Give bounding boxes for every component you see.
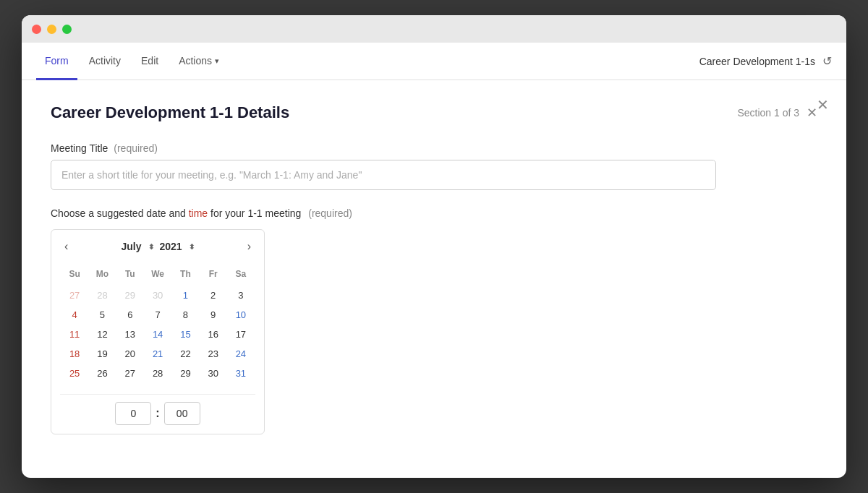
panel-close-button[interactable]: ✕ <box>817 98 829 112</box>
actions-chevron-icon: ▾ <box>215 56 219 66</box>
calendar-day[interactable]: 28 <box>145 364 171 382</box>
calendar-day[interactable]: 2 <box>200 286 226 304</box>
minute-input[interactable] <box>164 402 200 425</box>
weekday-sa: Sa <box>228 266 254 285</box>
calendar-day[interactable]: 28 <box>89 286 115 304</box>
calendar-day[interactable]: 9 <box>200 306 226 324</box>
calendar-day[interactable]: 21 <box>145 345 171 363</box>
weekday-fr: Fr <box>200 266 226 285</box>
content-area: ✕ Career Development 1-1 Details Section… <box>22 80 846 478</box>
calendar-day[interactable]: 13 <box>117 325 143 343</box>
meeting-title-input[interactable] <box>51 160 716 190</box>
calendar-day[interactable]: 5 <box>89 306 115 324</box>
calendar-week-4: 25262728293031 <box>61 364 254 382</box>
tab-form[interactable]: Form <box>36 43 77 80</box>
calendar-day[interactable]: 22 <box>172 345 198 363</box>
nav-title: Career Development 1-1s <box>699 56 815 67</box>
calendar-header: ‹ July 2021 › <box>60 239 255 254</box>
calendar-day[interactable]: 16 <box>200 325 226 343</box>
calendar-day[interactable]: 27 <box>61 286 88 304</box>
calendar-day[interactable]: 19 <box>89 345 115 363</box>
calendar-day[interactable]: 23 <box>200 345 226 363</box>
tab-edit[interactable]: Edit <box>132 43 167 80</box>
hour-input[interactable] <box>115 402 151 425</box>
meeting-title-label: Meeting Title (required) <box>51 142 817 154</box>
weekday-we: We <box>145 266 171 285</box>
calendar-day[interactable]: 25 <box>61 364 88 382</box>
section-info: Section 1 of 3 ✕ <box>737 105 817 121</box>
title-bar <box>22 15 846 43</box>
weekday-th: Th <box>172 266 198 285</box>
weekday-tu: Tu <box>117 266 143 285</box>
app-window: Form Activity Edit Actions ▾ Career Deve… <box>22 15 846 478</box>
weekday-su: Su <box>61 266 88 285</box>
meeting-title-field: Meeting Title (required) <box>51 142 817 207</box>
calendar-week-2: 11121314151617 <box>61 325 254 343</box>
calendar-day[interactable]: 17 <box>228 325 254 343</box>
minimize-traffic-light[interactable] <box>47 25 56 34</box>
calendar-day[interactable]: 3 <box>228 286 254 304</box>
section-indicator: Section 1 of 3 <box>737 107 799 119</box>
top-nav: Form Activity Edit Actions ▾ Career Deve… <box>22 43 846 80</box>
form-title: Career Development 1-1 Details <box>51 103 289 122</box>
calendar-day[interactable]: 24 <box>228 345 254 363</box>
next-month-button[interactable]: › <box>243 239 255 254</box>
calendar-day[interactable]: 31 <box>228 364 254 382</box>
calendar-day[interactable]: 26 <box>89 364 115 382</box>
calendar-weekday-headers: Su Mo Tu We Th Fr Sa <box>61 266 254 285</box>
calendar-day[interactable]: 12 <box>89 325 115 343</box>
close-traffic-light[interactable] <box>32 25 41 34</box>
month-select[interactable]: July <box>122 241 154 252</box>
tab-activity[interactable]: Activity <box>80 43 129 80</box>
date-required: (required) <box>308 207 352 219</box>
maximize-traffic-light[interactable] <box>62 25 72 34</box>
section-header: Career Development 1-1 Details Section 1… <box>51 103 817 122</box>
calendar-day[interactable]: 29 <box>117 286 143 304</box>
date-time-label: Choose a suggested date and time for you… <box>51 207 817 219</box>
calendar-day[interactable]: 7 <box>145 306 171 324</box>
calendar-day[interactable]: 30 <box>145 286 171 304</box>
calendar-day[interactable]: 29 <box>172 364 198 382</box>
calendar-grid: Su Mo Tu We Th Fr Sa 2728293012345678910… <box>60 265 255 384</box>
calendar-day[interactable]: 14 <box>145 325 171 343</box>
calendar-day[interactable]: 11 <box>61 325 88 343</box>
calendar-day[interactable]: 4 <box>61 306 88 324</box>
calendar-day[interactable]: 6 <box>117 306 143 324</box>
time-row: : <box>60 394 255 425</box>
month-year-display: July 2021 <box>122 241 195 252</box>
calendar-day[interactable]: 20 <box>117 345 143 363</box>
section-close-icon[interactable]: ✕ <box>807 105 817 121</box>
calendar-day[interactable]: 15 <box>172 325 198 343</box>
tab-actions[interactable]: Actions ▾ <box>170 43 228 80</box>
meeting-title-required: (required) <box>114 142 158 154</box>
weekday-mo: Mo <box>89 266 115 285</box>
refresh-icon[interactable]: ↺ <box>822 54 832 68</box>
calendar-day[interactable]: 10 <box>228 306 254 324</box>
calendar-week-1: 45678910 <box>61 306 254 324</box>
time-separator: : <box>156 407 159 420</box>
calendar-week-3: 18192021222324 <box>61 345 254 363</box>
calendar-day[interactable]: 27 <box>117 364 143 382</box>
nav-right: Career Development 1-1s ↺ <box>699 54 832 68</box>
calendar-day[interactable]: 18 <box>61 345 88 363</box>
calendar: ‹ July 2021 › <box>51 229 265 434</box>
calendar-day[interactable]: 1 <box>172 286 198 304</box>
nav-tabs: Form Activity Edit Actions ▾ <box>36 43 228 80</box>
prev-month-button[interactable]: ‹ <box>60 239 72 254</box>
year-select[interactable]: 2021 <box>160 241 195 252</box>
calendar-week-0: 27282930123 <box>61 286 254 304</box>
calendar-day[interactable]: 8 <box>172 306 198 324</box>
calendar-day[interactable]: 30 <box>200 364 226 382</box>
